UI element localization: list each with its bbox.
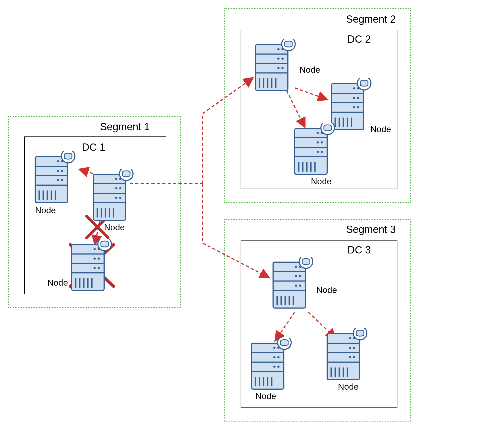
- svg-point-37: [115, 178, 117, 180]
- segment-2-label: Segment 2: [346, 14, 396, 25]
- svg-point-56: [94, 258, 96, 260]
- segment-1-label: Segment 1: [100, 121, 150, 133]
- svg-point-106: [321, 141, 323, 143]
- svg-point-71: [277, 48, 280, 50]
- svg-point-126: [295, 285, 297, 287]
- svg-point-57: [98, 267, 100, 269]
- svg-point-141: [273, 356, 275, 358]
- svg-point-108: [321, 151, 323, 153]
- dc-2-label: DC 2: [347, 34, 371, 45]
- svg-point-140: [277, 356, 280, 358]
- svg-point-41: [115, 197, 117, 199]
- svg-point-157: [353, 347, 355, 349]
- node-label: Node: [104, 222, 125, 232]
- server-icon: [324, 328, 369, 382]
- svg-point-158: [349, 347, 351, 349]
- diagram-stage: Segment 1 DC 1 Segment 2 DC 2 Segment 3 …: [0, 0, 485, 448]
- node-label: Node: [316, 285, 337, 295]
- server-icon: [32, 151, 77, 205]
- svg-point-24: [57, 179, 59, 181]
- node-label: Node: [370, 124, 391, 134]
- svg-point-21: [61, 170, 63, 172]
- svg-point-39: [115, 187, 117, 189]
- svg-point-92: [353, 106, 355, 108]
- server-icon: [253, 39, 297, 93]
- node-label: Node: [35, 205, 56, 215]
- svg-point-122: [295, 266, 297, 268]
- svg-point-123: [299, 275, 301, 277]
- node-label: Node: [300, 65, 320, 75]
- svg-point-160: [349, 356, 351, 358]
- svg-point-109: [317, 151, 319, 153]
- server-icon: [249, 338, 293, 392]
- svg-point-88: [353, 87, 355, 89]
- server-icon: [270, 257, 315, 310]
- node-label: Node: [338, 382, 359, 392]
- svg-point-38: [119, 187, 121, 189]
- svg-point-54: [94, 248, 96, 250]
- svg-point-40: [119, 197, 121, 199]
- node-label: Node: [255, 391, 276, 401]
- svg-point-139: [273, 347, 275, 349]
- node-label: Node: [311, 176, 332, 186]
- node-label: Node: [47, 278, 68, 288]
- server-icon: [292, 123, 337, 177]
- svg-point-156: [349, 337, 351, 339]
- svg-point-74: [281, 67, 284, 69]
- svg-point-143: [273, 366, 275, 368]
- svg-point-89: [357, 97, 359, 99]
- svg-point-20: [57, 160, 59, 162]
- svg-point-91: [357, 106, 359, 108]
- dc-3-label: DC 3: [347, 244, 371, 256]
- svg-point-90: [353, 97, 355, 99]
- server-icon: [69, 239, 114, 293]
- svg-point-107: [317, 141, 319, 143]
- svg-point-142: [277, 366, 280, 368]
- svg-point-125: [299, 285, 301, 287]
- svg-point-124: [295, 275, 297, 277]
- svg-point-159: [353, 356, 355, 358]
- svg-point-22: [57, 170, 59, 172]
- dc-1-label: DC 1: [82, 142, 105, 153]
- svg-point-75: [277, 67, 280, 69]
- svg-point-73: [277, 58, 280, 60]
- svg-point-105: [317, 132, 319, 134]
- svg-point-72: [281, 58, 284, 60]
- svg-point-23: [61, 179, 63, 181]
- svg-point-55: [98, 258, 100, 260]
- svg-point-58: [94, 267, 96, 269]
- server-icon: [91, 169, 135, 223]
- segment-3-label: Segment 3: [346, 224, 396, 235]
